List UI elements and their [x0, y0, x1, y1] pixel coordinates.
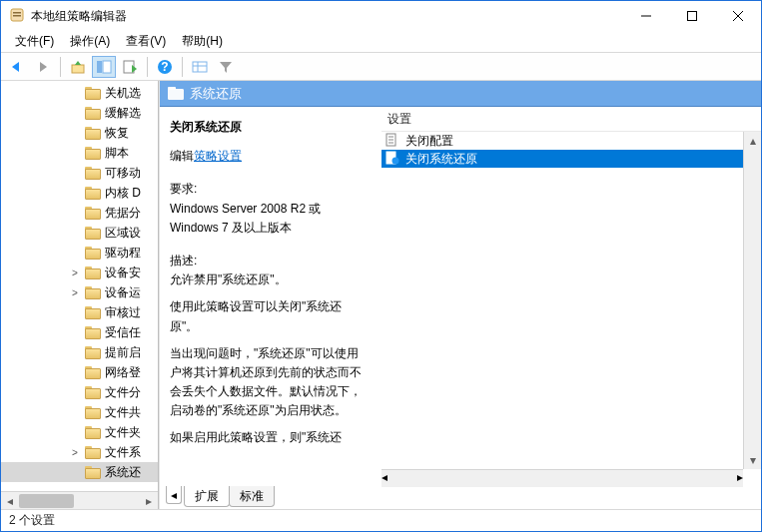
svg-marker-20 [220, 62, 232, 73]
nav-horizontal-scrollbar[interactable]: ◂ ▸ [1, 491, 158, 509]
tree-item[interactable]: >受信任 [1, 322, 158, 342]
tree-item[interactable]: >凭据分 [1, 203, 158, 223]
tree-item-label: 文件夹 [105, 424, 141, 441]
setting-title: 关闭系统还原 [170, 118, 368, 137]
status-text: 2 个设置 [9, 512, 55, 529]
scroll-down-icon[interactable]: ▾ [744, 451, 762, 469]
show-hide-tree-button[interactable] [92, 56, 116, 78]
tree-item[interactable]: >文件共 [1, 402, 158, 422]
tree-item-label: 设备安 [105, 265, 141, 281]
scroll-left-icon[interactable]: ◂ [381, 470, 387, 484]
scroll-up-icon[interactable]: ▴ [744, 132, 762, 150]
list-vertical-scrollbar[interactable]: ▴ ▾ [743, 132, 761, 469]
requirements-text: Windows Server 2008 R2 或 Windows 7 及以上版本 [170, 202, 321, 235]
minimize-button[interactable] [623, 1, 669, 31]
toolbar-separator [147, 57, 148, 77]
tree-item-label: 恢复 [105, 125, 129, 142]
description-text-1: 允许禁用"系统还原"。 [170, 272, 287, 286]
scroll-right-icon[interactable]: ▸ [737, 470, 743, 484]
maximize-button[interactable] [669, 1, 715, 31]
help-button[interactable]: ? [153, 56, 177, 78]
tree-item-label: 文件分 [105, 384, 141, 401]
window: 本地组策略编辑器 文件(F) 操作(A) 查看(V) 帮助(H) ? >关机选>… [0, 0, 762, 532]
folder-icon [85, 446, 101, 459]
folder-icon [85, 266, 101, 279]
window-title: 本地组策略编辑器 [31, 8, 127, 25]
policy-unset-icon [385, 133, 399, 150]
tree-item-label: 凭据分 [105, 205, 141, 222]
tree-item-label: 驱动程 [105, 245, 141, 262]
tree-item[interactable]: >提前启 [1, 342, 158, 362]
edit-policy-link[interactable]: 策略设置 [194, 149, 242, 163]
expander-icon[interactable]: > [69, 447, 81, 458]
expander-icon[interactable]: > [69, 267, 81, 278]
back-button[interactable] [5, 56, 29, 78]
tree-item-label: 内核 D [105, 185, 141, 202]
tree-item[interactable]: >缓解选 [1, 103, 158, 123]
tree-item-label: 关机选 [105, 85, 141, 102]
filter-button[interactable] [214, 56, 238, 78]
expander-icon[interactable]: > [69, 287, 81, 298]
scroll-left-icon[interactable]: ◂ [1, 492, 19, 509]
folder-icon [85, 466, 101, 479]
description-text-4: 如果启用此策略设置，则"系统还 [170, 428, 368, 447]
menu-file[interactable]: 文件(F) [7, 31, 62, 52]
policy-set-icon [385, 151, 399, 168]
svg-rect-9 [72, 65, 84, 73]
tab-scroll-left[interactable]: ◂ [166, 486, 182, 504]
tree-item[interactable]: >文件系 [1, 442, 158, 462]
close-button[interactable] [715, 1, 761, 31]
column-header-setting[interactable]: 设置 [381, 108, 761, 132]
tree-item-label: 受信任 [105, 324, 141, 341]
list-item[interactable]: 关闭系统还原 [381, 150, 761, 168]
menu-view[interactable]: 查看(V) [118, 31, 174, 52]
tree-item[interactable]: >审核过 [1, 302, 158, 322]
titlebar: 本地组策略编辑器 [1, 1, 761, 31]
folder-icon [85, 346, 101, 359]
svg-rect-11 [97, 61, 102, 73]
tree[interactable]: >关机选>缓解选>恢复>脚本>可移动>内核 D>凭据分>区域设>驱动程>设备安>… [1, 81, 158, 491]
tree-item[interactable]: >驱动程 [1, 243, 158, 263]
tree-item-label: 缓解选 [105, 105, 141, 122]
content-area: >关机选>缓解选>恢复>脚本>可移动>内核 D>凭据分>区域设>驱动程>设备安>… [1, 81, 761, 509]
tree-item[interactable]: >内核 D [1, 183, 158, 203]
toolbar-separator [182, 57, 183, 77]
description-text-3: 当出现问题时，"系统还原"可以使用户将其计算机还原到先前的状态而不会丢失个人数据… [170, 344, 368, 421]
tree-item[interactable]: >文件夹 [1, 422, 158, 442]
tree-item[interactable]: >脚本 [1, 143, 158, 163]
tab-standard[interactable]: 标准 [229, 486, 275, 507]
folder-icon [85, 147, 101, 160]
tree-item[interactable]: >可移动 [1, 163, 158, 183]
tree-item[interactable]: >设备安 [1, 263, 158, 282]
up-level-button[interactable] [66, 56, 90, 78]
all-settings-button[interactable] [188, 56, 212, 78]
menu-action[interactable]: 操作(A) [62, 31, 118, 52]
export-list-button[interactable] [118, 56, 142, 78]
folder-icon [85, 187, 101, 200]
tree-item[interactable]: >关机选 [1, 83, 158, 103]
tree-item[interactable]: >设备运 [1, 282, 158, 302]
tree-item-label: 提前启 [105, 344, 141, 361]
tree-item[interactable]: >文件分 [1, 382, 158, 402]
folder-icon [85, 366, 101, 379]
forward-button[interactable] [31, 56, 55, 78]
settings-list[interactable]: 关闭配置关闭系统还原 [381, 132, 761, 487]
detail-header-title: 系统还原 [190, 85, 242, 103]
menu-help[interactable]: 帮助(H) [174, 31, 231, 52]
tree-item[interactable]: >系统还 [1, 462, 158, 482]
folder-icon [85, 386, 101, 399]
scrollbar-thumb[interactable] [19, 494, 74, 508]
tree-item[interactable]: >区域设 [1, 223, 158, 243]
list-item[interactable]: 关闭配置 [381, 132, 761, 150]
folder-icon [85, 87, 101, 100]
tree-item[interactable]: >恢复 [1, 123, 158, 143]
list-item-label: 关闭系统还原 [405, 151, 477, 168]
scroll-right-icon[interactable]: ▸ [140, 492, 158, 509]
tree-item-label: 可移动 [105, 165, 141, 182]
tab-extended[interactable]: 扩展 [184, 486, 230, 507]
tree-item[interactable]: >网络登 [1, 362, 158, 382]
folder-icon [85, 247, 101, 260]
description-label: 描述: [170, 254, 197, 267]
list-horizontal-scrollbar[interactable]: ◂ ▸ [381, 469, 743, 487]
svg-marker-8 [40, 62, 47, 72]
